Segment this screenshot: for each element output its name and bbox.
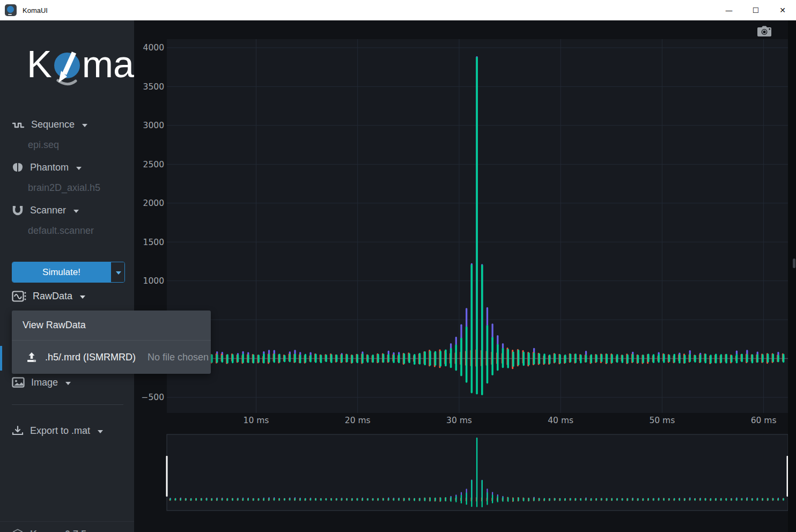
close-button[interactable]: ✕ xyxy=(769,0,796,20)
logo-letter-ma: ma xyxy=(82,43,134,86)
y-tick-label: 1000 xyxy=(143,276,164,286)
y-tick-label: 2000 xyxy=(143,198,164,208)
sidebar-item-phantom[interactable]: Phantom xyxy=(12,158,123,176)
file-chosen-status: No file chosen xyxy=(148,352,209,363)
chevron-down-icon xyxy=(82,124,87,127)
x-tick-label: 30 ms xyxy=(446,416,472,425)
sidebar-item-label: Image xyxy=(31,377,58,388)
window-controls: —☐✕ xyxy=(716,0,796,20)
x-tick-label: 40 ms xyxy=(548,416,573,425)
signal-chart: 40003500300025002000150010005000−50010 m… xyxy=(134,20,796,532)
sidebar-divider xyxy=(12,404,123,405)
chevron-down-icon xyxy=(73,210,79,213)
chevron-down-icon xyxy=(116,271,121,275)
right-gutter xyxy=(788,20,796,532)
upload-format-label: .h5/.mrd (ISMRMRD) xyxy=(45,352,136,363)
sidebar-item-export-mat[interactable]: Export to .mat xyxy=(12,422,123,440)
sidebar-item-label: Phantom xyxy=(30,162,69,173)
y-tick-label: 4000 xyxy=(143,43,164,53)
plot-region: |S(t)|Re{S(t)}Im{S(t)} 40003500300025002… xyxy=(134,20,796,532)
range-slider-handle[interactable] xyxy=(166,456,168,497)
oscilloscope-icon xyxy=(12,291,26,302)
view-rawdata-menu-item[interactable]: View RawData xyxy=(12,311,211,340)
sidebar-item-label: Koma v0.7.5 xyxy=(30,529,86,532)
sidebar-item-label: Export to .mat xyxy=(30,425,90,437)
pulse-sequence-icon xyxy=(12,120,25,129)
sidebar-divider xyxy=(0,521,134,522)
magnet-icon xyxy=(12,205,24,216)
logo-globe-icon xyxy=(53,46,82,88)
window-title: KomaUI xyxy=(23,6,48,14)
maximize-button[interactable]: ☐ xyxy=(742,0,769,20)
recon-button-edge[interactable] xyxy=(0,346,2,371)
sidebar-item-label: RawData xyxy=(33,291,72,302)
sidebar: K ma Sequence epi.seq Phantom brain2D_ax… xyxy=(0,20,134,532)
sidebar-item-label: Sequence xyxy=(31,119,75,130)
sequence-file-label[interactable]: epi.seq xyxy=(28,139,59,151)
x-tick-label: 60 ms xyxy=(751,416,777,425)
app-icon-globe xyxy=(7,6,14,13)
sidebar-item-scanner[interactable]: Scanner xyxy=(12,201,123,219)
x-tick-label: 50 ms xyxy=(649,416,675,425)
chevron-down-icon xyxy=(65,382,71,385)
sidebar-item-version[interactable]: Koma v0.7.5 xyxy=(12,525,123,532)
rawdata-dropdown-menu: View RawData .h5/.mrd (ISMRMRD) No file … xyxy=(12,311,211,374)
y-tick-label: 2500 xyxy=(143,160,164,169)
chevron-down-icon xyxy=(76,167,82,170)
phantom-file-label[interactable]: brain2D_axial.h5 xyxy=(28,182,100,194)
simulate-button[interactable]: Simulate! xyxy=(12,262,125,283)
sidebar-item-label: Scanner xyxy=(30,205,66,216)
image-icon xyxy=(12,377,25,388)
logo-letter-k: K xyxy=(27,43,52,86)
app-icon-base xyxy=(8,14,12,15)
scanner-file-label[interactable]: default.scanner xyxy=(28,225,94,237)
y-tick-label: −500 xyxy=(141,393,164,402)
sidebar-item-rawdata[interactable]: RawData xyxy=(12,287,123,305)
chevron-down-icon xyxy=(98,430,103,433)
y-tick-label: 3500 xyxy=(143,82,164,92)
app-icon xyxy=(5,4,17,16)
download-icon xyxy=(12,425,24,436)
x-tick-label: 20 ms xyxy=(345,416,371,425)
koma-logo: K ma xyxy=(27,43,134,88)
y-tick-label: 1500 xyxy=(143,238,164,247)
y-tick-label: 3000 xyxy=(143,121,164,130)
x-tick-label: 10 ms xyxy=(244,416,269,425)
rawdata-upload-item[interactable]: .h5/.mrd (ISMRMRD) No file chosen xyxy=(12,341,211,374)
simulate-button-label[interactable]: Simulate! xyxy=(12,262,110,282)
minimize-button[interactable]: — xyxy=(716,0,742,20)
sidebar-item-sequence[interactable]: Sequence xyxy=(12,115,123,134)
package-icon xyxy=(12,528,24,532)
title-bar: KomaUI —☐✕ xyxy=(0,0,796,20)
chevron-down-icon xyxy=(80,295,85,299)
brain-icon xyxy=(12,162,24,173)
simulate-dropdown-toggle[interactable] xyxy=(110,262,124,282)
sidebar-item-image[interactable]: Image xyxy=(12,373,123,391)
scrollbar-thumb[interactable] xyxy=(793,258,795,268)
upload-icon xyxy=(26,352,38,363)
